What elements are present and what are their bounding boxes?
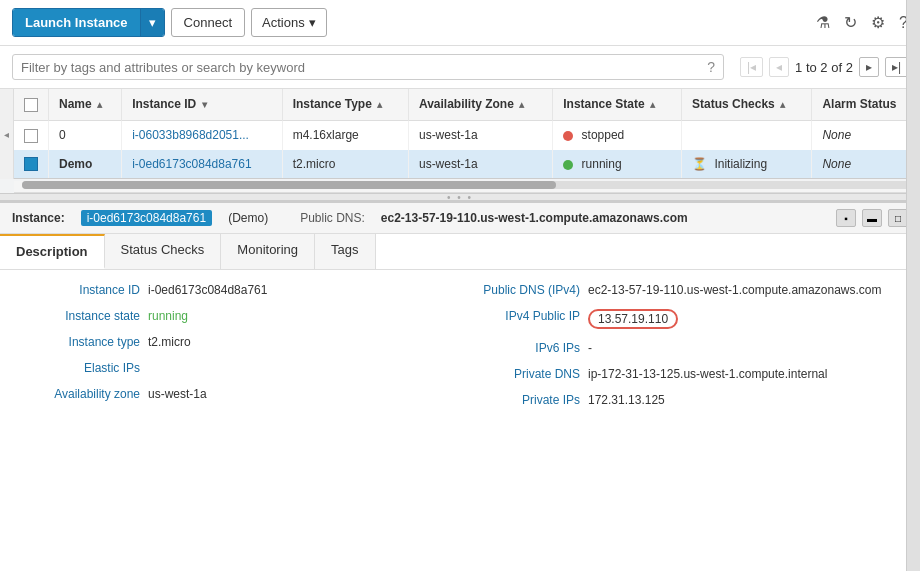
row1-instance-type: t2.micro [282, 150, 408, 179]
label-private-ips: Private IPs [460, 393, 580, 407]
tab-tags[interactable]: Tags [315, 234, 375, 269]
tab-monitoring[interactable]: Monitoring [221, 234, 315, 269]
description-content: Instance ID i-0ed6173c084d8a761 Instance… [0, 270, 920, 420]
instances-table-section: ◂ Name ▴ Instance ID ▾ Instance Type ▴ A… [0, 89, 920, 193]
instance-name: (Demo) [228, 211, 268, 225]
page-next-button[interactable]: ▸ [859, 57, 879, 77]
row1-name: Demo [49, 150, 122, 179]
instance-id-badge: i-0ed6173c084d8a761 [81, 210, 212, 226]
page-prev-button[interactable]: ◂ [769, 57, 789, 77]
col-name[interactable]: Name ▴ [49, 89, 122, 120]
pagination-text: 1 to 2 of 2 [795, 60, 853, 75]
bottom-panel: Instance: i-0ed6173c084d8a761 (Demo) Pub… [0, 201, 920, 571]
row0-az: us-west-1a [408, 120, 552, 149]
tab-status-checks[interactable]: Status Checks [105, 234, 222, 269]
row0-status-checks [682, 120, 812, 149]
h-scrollbar[interactable] [14, 181, 920, 193]
label-instance-type: Instance type [20, 335, 140, 349]
toolbar-right-icons: ⚗ ↻ ⚙ ? [816, 13, 908, 32]
col-instance-id[interactable]: Instance ID ▾ [122, 89, 283, 120]
desc-row-instance-id: Instance ID i-0ed6173c084d8a761 [20, 280, 460, 300]
desc-row-private-ips: Private IPs 172.31.13.125 [460, 390, 900, 410]
toolbar: Launch Instance ▾ Connect Actions ▾ ⚗ ↻ … [0, 0, 920, 46]
instance-type-sort-icon: ▴ [377, 99, 382, 110]
search-input[interactable] [21, 60, 707, 75]
panel-icon-2[interactable]: ▬ [862, 209, 882, 227]
row1-checkbox-cell[interactable] [14, 150, 49, 179]
checks-sort-icon: ▴ [780, 99, 785, 110]
actions-button[interactable]: Actions ▾ [251, 8, 327, 37]
select-all-checkbox[interactable] [24, 98, 38, 112]
actions-label: Actions [262, 15, 305, 30]
row0-state: stopped [553, 120, 682, 149]
hourglass-icon: ⏳ [692, 157, 707, 171]
state-sort-icon: ▴ [650, 99, 655, 110]
desc-row-public-dns: Public DNS (IPv4) ec2-13-57-19-110.us-we… [460, 280, 900, 300]
launch-instance-button[interactable]: Launch Instance [13, 9, 140, 36]
az-sort-icon: ▴ [519, 99, 524, 110]
table-row[interactable]: Demo i-0ed6173c084d8a761 t2.micro us-wes… [14, 150, 920, 179]
dns-value: ec2-13-57-19-110.us-west-1.compute.amazo… [381, 211, 688, 225]
row0-instance-type: m4.16xlarge [282, 120, 408, 149]
settings-icon[interactable]: ⚙ [871, 13, 885, 32]
launch-instance-dropdown[interactable]: ▾ [140, 9, 164, 36]
dns-label: Public DNS: [300, 211, 365, 225]
bottom-header: Instance: i-0ed6173c084d8a761 (Demo) Pub… [0, 203, 920, 234]
search-input-wrap[interactable]: ? [12, 54, 724, 80]
col-instance-type[interactable]: Instance Type ▴ [282, 89, 408, 120]
actions-dropdown-icon: ▾ [309, 15, 316, 30]
connect-button[interactable]: Connect [171, 8, 245, 37]
row1-checkbox[interactable] [24, 157, 38, 171]
value-instance-state: running [148, 309, 188, 323]
row1-state-dot [563, 160, 573, 170]
row0-checkbox-cell[interactable] [14, 120, 49, 149]
value-instance-id[interactable]: i-0ed6173c084d8a761 [148, 283, 267, 297]
label-elastic-ips: Elastic IPs [20, 361, 140, 375]
tab-description[interactable]: Description [0, 234, 105, 269]
desc-right-section: Public DNS (IPv4) ec2-13-57-19-110.us-we… [460, 280, 900, 410]
desc-row-ipv4-public: IPv4 Public IP 13.57.19.110 [460, 306, 900, 332]
row0-instance-id-link[interactable]: i-06033b8968d2051... [132, 128, 249, 142]
table-row[interactable]: 0 i-06033b8968d2051... m4.16xlarge us-we… [14, 120, 920, 149]
desc-left-section: Instance ID i-0ed6173c084d8a761 Instance… [20, 280, 460, 410]
instances-table-wrap: Name ▴ Instance ID ▾ Instance Type ▴ Ava… [14, 89, 920, 179]
value-availability-zone: us-west-1a [148, 387, 207, 401]
refresh-icon[interactable]: ↻ [844, 13, 857, 32]
col-status-checks[interactable]: Status Checks ▴ [682, 89, 812, 120]
page-last-button[interactable]: ▸| [885, 57, 908, 77]
row0-instance-id: i-06033b8968d2051... [122, 120, 283, 149]
row1-instance-id: i-0ed6173c084d8a761 [122, 150, 283, 179]
v-scrollbar[interactable] [906, 201, 920, 571]
row1-instance-id-link[interactable]: i-0ed6173c084d8a761 [132, 157, 251, 171]
flask-icon[interactable]: ⚗ [816, 13, 830, 32]
resize-handle[interactable]: • • • [0, 193, 920, 201]
label-instance-id: Instance ID [20, 283, 140, 297]
row0-state-text: stopped [582, 128, 625, 142]
panel-icon-1[interactable]: ▪ [836, 209, 856, 227]
desc-row-ipv6: IPv6 IPs - [460, 338, 900, 358]
launch-instance-btn-group: Launch Instance ▾ [12, 8, 165, 37]
label-ipv6: IPv6 IPs [460, 341, 580, 355]
label-availability-zone: Availability zone [20, 387, 140, 401]
select-all-header[interactable] [14, 89, 49, 120]
row0-checkbox[interactable] [24, 129, 38, 143]
value-ipv6: - [588, 341, 592, 355]
col-availability-zone[interactable]: Availability Zone ▴ [408, 89, 552, 120]
col-instance-state[interactable]: Instance State ▴ [553, 89, 682, 120]
col-alarm-status[interactable]: Alarm Status [812, 89, 920, 120]
page-first-button[interactable]: |◂ [740, 57, 763, 77]
pagination-area: |◂ ◂ 1 to 2 of 2 ▸ ▸| [740, 57, 908, 77]
row1-status-text: Initializing [714, 157, 767, 171]
instance-id-sort-icon: ▾ [202, 99, 207, 110]
left-panel-arrow[interactable]: ◂ [4, 129, 9, 140]
row1-status-checks: ⏳ Initializing [682, 150, 812, 179]
search-bar: ? |◂ ◂ 1 to 2 of 2 ▸ ▸| [0, 46, 920, 89]
desc-row-private-dns: Private DNS ip-172-31-13-125.us-west-1.c… [460, 364, 900, 384]
label-public-dns: Public DNS (IPv4) [460, 283, 580, 297]
value-private-dns: ip-172-31-13-125.us-west-1.compute.inter… [588, 367, 827, 381]
panel-icon-3[interactable]: □ [888, 209, 908, 227]
tabs-row: Description Status Checks Monitoring Tag… [0, 234, 920, 270]
desc-row-instance-state: Instance state running [20, 306, 460, 326]
label-instance-state: Instance state [20, 309, 140, 323]
search-help-icon[interactable]: ? [707, 59, 715, 75]
